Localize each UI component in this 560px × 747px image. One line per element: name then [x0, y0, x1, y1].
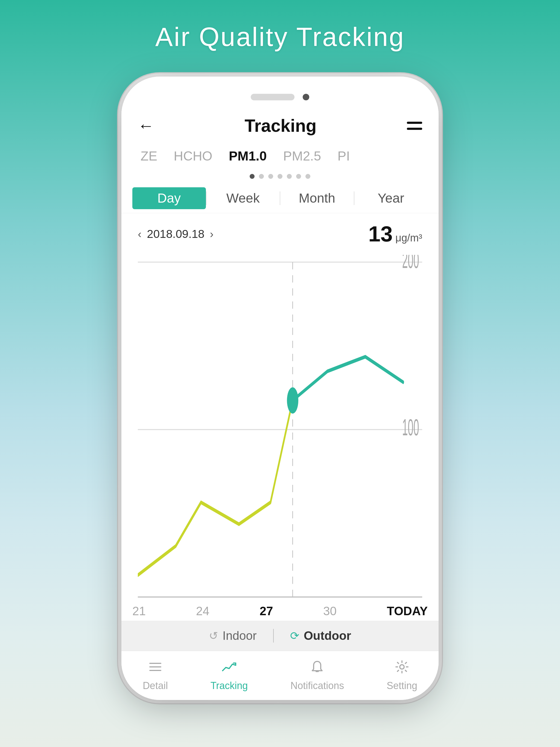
value-display: 13 μg/m³ — [368, 222, 422, 247]
x-label-27: 27 — [259, 604, 273, 618]
phone-wrapper: ← Tracking ZE HCHO PM1.0 PM2.5 PI — [110, 68, 450, 708]
notifications-icon — [310, 660, 324, 677]
period-year[interactable]: Year — [354, 187, 428, 209]
x-label-21: 21 — [132, 604, 146, 618]
sensor-tabs: ZE HCHO PM1.0 PM2.5 PI — [121, 142, 439, 170]
page-title-text: Tracking — [245, 115, 316, 136]
notch-area — [121, 77, 439, 109]
date-nav: ‹ 2018.09.18 › — [138, 228, 213, 241]
x-label-today: TODAY — [387, 604, 428, 618]
outdoor-label: Outdoor — [304, 629, 351, 643]
indoor-label: Indoor — [223, 629, 257, 643]
dot-2 — [259, 174, 264, 179]
dot-3 — [268, 174, 273, 179]
period-month[interactable]: Month — [280, 187, 354, 209]
sensor-tab-ze[interactable]: ZE — [132, 149, 166, 163]
camera — [303, 94, 309, 100]
chart-svg: 200 100 — [138, 255, 422, 604]
setting-icon — [395, 660, 409, 677]
dot-6 — [296, 174, 301, 179]
speaker — [251, 94, 295, 100]
svg-text:200: 200 — [402, 255, 419, 273]
top-bar: ← Tracking — [121, 109, 439, 142]
notifications-label: Notifications — [290, 680, 344, 692]
svg-point-12 — [400, 665, 404, 669]
sensor-tab-hcho[interactable]: HCHO — [166, 149, 221, 163]
sensor-tab-pm25[interactable]: PM2.5 — [275, 149, 329, 163]
x-label-24: 24 — [196, 604, 209, 618]
sensor-tab-pi[interactable]: PI — [329, 149, 358, 163]
menu-line-2 — [407, 128, 422, 130]
date-prev[interactable]: ‹ — [138, 228, 142, 240]
nav-tracking[interactable]: Tracking — [210, 660, 248, 692]
legend-outdoor: ⟳ Outdoor — [290, 629, 351, 643]
tracking-label: Tracking — [210, 680, 248, 692]
x-labels: 21 24 27 30 TODAY — [121, 604, 439, 621]
back-button[interactable]: ← — [138, 118, 154, 134]
date-next[interactable]: › — [210, 228, 213, 240]
outdoor-icon: ⟳ — [290, 629, 299, 642]
period-day[interactable]: Day — [132, 187, 206, 209]
dot-1 — [250, 174, 255, 179]
sensor-tab-pm10[interactable]: PM1.0 — [221, 149, 275, 163]
value-unit: μg/m³ — [396, 232, 422, 244]
period-week[interactable]: Week — [206, 187, 280, 209]
tracking-icon — [222, 660, 236, 677]
dot-4 — [278, 174, 282, 179]
legend-indoor: ↺ Indoor — [209, 629, 257, 643]
date-display: 2018.09.18 — [147, 228, 204, 241]
app-background: Air Quality Tracking ← Tracking — [0, 0, 560, 747]
chart-container: 200 100 — [121, 249, 439, 604]
legend-sep — [273, 629, 274, 643]
chart-section: ‹ 2018.09.18 › 13 μg/m³ — [121, 213, 439, 621]
phone-screen: ← Tracking ZE HCHO PM1.0 PM2.5 PI — [121, 109, 439, 700]
detail-icon — [148, 660, 162, 677]
notch — [228, 87, 332, 107]
setting-label: Setting — [387, 680, 417, 692]
svg-text:100: 100 — [402, 414, 419, 440]
detail-label: Detail — [143, 680, 168, 692]
chart-header: ‹ 2018.09.18 › 13 μg/m³ — [121, 213, 439, 249]
nav-detail[interactable]: Detail — [143, 660, 168, 692]
menu-line-1 — [407, 122, 422, 124]
value-number: 13 — [368, 222, 393, 247]
phone-shell: ← Tracking ZE HCHO PM1.0 PM2.5 PI — [121, 77, 439, 700]
x-label-30: 30 — [323, 604, 337, 618]
nav-notifications[interactable]: Notifications — [290, 660, 344, 692]
period-selector: Day Week Month Year — [121, 183, 439, 213]
nav-setting[interactable]: Setting — [387, 660, 417, 692]
chart-node — [287, 387, 298, 414]
menu-button[interactable] — [407, 122, 422, 130]
bottom-nav: Detail Tracking — [121, 651, 439, 700]
dot-7 — [305, 174, 310, 179]
dot-5 — [287, 174, 292, 179]
dots-row — [121, 170, 439, 183]
app-title: Air Quality Tracking — [155, 22, 405, 52]
indoor-icon: ↺ — [209, 629, 218, 642]
legend-row: ↺ Indoor ⟳ Outdoor — [121, 621, 439, 651]
